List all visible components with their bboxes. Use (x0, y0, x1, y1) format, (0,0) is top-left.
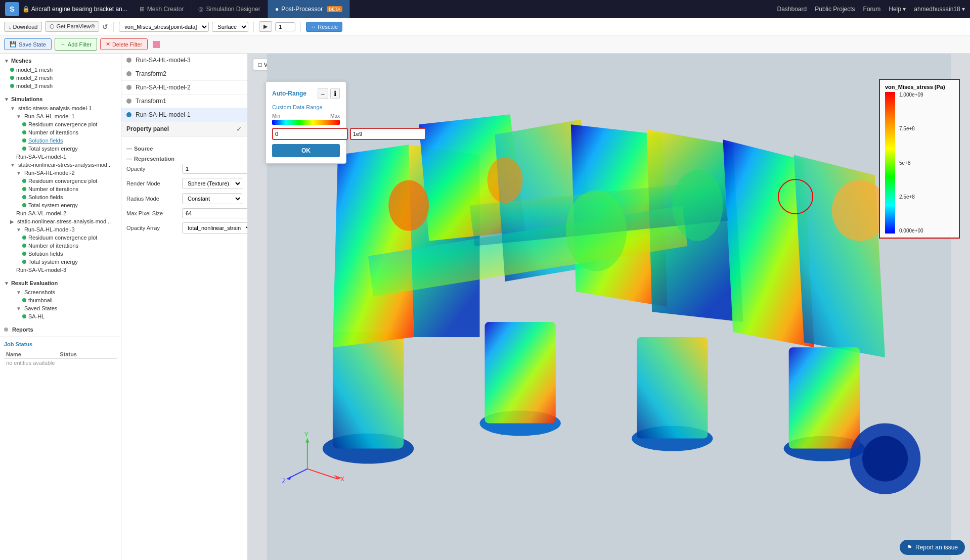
source-section-title: — Source (126, 146, 242, 152)
dot-model1 (10, 68, 14, 72)
sidebar-item-iterations-3[interactable]: Number of iterations (0, 242, 121, 250)
user-menu[interactable]: ahmedhussain18 ▾ (914, 6, 965, 13)
sidebar-item-thumbnail[interactable]: thumbnail (0, 296, 121, 304)
sidebar-item-static-stress-1[interactable]: ▼ static-stress-analysis-model-1 (0, 104, 121, 112)
job-status-title: Job Status (4, 341, 117, 347)
property-panel-body: — Source — Representation Opacity Render… (121, 136, 247, 243)
sidebar-item-run-sa-hl-2[interactable]: ▼ Run-SA-HL-model-2 (0, 169, 121, 177)
sidebar-item-static-nonlinear-1[interactable]: ▼ static-nonlinear-stress-analysis-mod..… (0, 161, 121, 169)
opacity-array-label: Opacity Array (126, 225, 182, 231)
help-menu[interactable]: Help ▾ (889, 6, 906, 13)
pipeline-item-run-sa-hl-1[interactable]: Run-SA-HL-model-1 (121, 108, 247, 122)
sidebar-item-static-nonlinear-2[interactable]: ▶ static-nonlinear-stress-analysis-mod..… (0, 217, 121, 225)
sidebar-item-solution-fields-2[interactable]: Solution fields (0, 193, 121, 201)
result-evaluation-section: ▼ Result Evaluation ▼ Screenshots thumbn… (0, 276, 121, 322)
sidebar-item-model3-mesh[interactable]: model_3 mesh (0, 82, 121, 90)
filter-dropdown[interactable]: von_Mises_stress[point-data] (119, 22, 209, 32)
refresh-button[interactable]: ↺ (102, 23, 108, 31)
opacity-label: Opacity (126, 166, 182, 172)
opacity-input[interactable] (182, 164, 248, 174)
forum-link[interactable]: Forum (863, 6, 881, 13)
sidebar-item-solution-fields-1[interactable]: Solution fields (0, 136, 121, 145)
get-paraview-button[interactable]: ⬡ Get ParaView® (45, 21, 99, 32)
svg-text:X: X (340, 476, 344, 483)
sidebar-item-residuum-2[interactable]: Residuum convergence plot (0, 177, 121, 185)
sidebar-item-screenshots[interactable]: ▼ Screenshots (0, 288, 121, 296)
autorange-dash-button[interactable]: -- (318, 88, 328, 99)
play-button[interactable]: ▶ (259, 21, 272, 32)
sidebar-item-solution-fields-3[interactable]: Solution fields (0, 250, 121, 258)
save-state-button[interactable]: 💾 Save State (4, 38, 52, 50)
pipeline-item-transform1[interactable]: Transform1 (121, 95, 247, 108)
main-layout: ▼ Meshes model_1 mesh model_2 mesh model… (0, 54, 970, 560)
sidebar-item-total-energy-1[interactable]: Total system energy (0, 145, 121, 153)
radius-mode-label: Radius Mode (126, 196, 182, 202)
sidebar-item-run-sa-vl-2[interactable]: Run-SA-VL-model-2 (0, 209, 121, 217)
sim-icon: ◎ (198, 6, 203, 13)
simulations-label: ▼ Simulations (0, 94, 121, 104)
sidebar-item-saved-states[interactable]: ▼ Saved States (0, 304, 121, 312)
tab-post-processor[interactable]: ● Post-Processor BETA (268, 0, 350, 18)
nav-right: Dashboard Public Projects Forum Help ▾ a… (777, 6, 965, 13)
frame-input[interactable] (275, 22, 295, 31)
render-mode-select[interactable]: Sphere (Texture) (182, 178, 242, 189)
range-inputs (272, 128, 340, 140)
autorange-info-button[interactable]: ℹ (330, 88, 340, 99)
beta-badge: BETA (327, 6, 342, 12)
tab-mesh-creator[interactable]: ⊞ Mesh Creator (133, 0, 192, 18)
render-mode-label: Render Mode (126, 180, 182, 186)
max-pixel-input[interactable] (182, 208, 248, 218)
sidebar-item-residuum-1[interactable]: Residuum convergence plot (0, 120, 121, 128)
sidebar-item-model2-mesh[interactable]: model_2 mesh (0, 74, 121, 82)
pl-dot-3 (126, 85, 131, 90)
report-issue-button[interactable]: ⚑ Report an issue (900, 540, 965, 555)
dot-model2 (10, 76, 14, 80)
pipeline-item-run-sa-hl-2[interactable]: Run-SA-HL-model-2 (121, 81, 247, 95)
sidebar-item-run-sa-hl-1[interactable]: ▼ Run-SA-HL-model-1 (0, 112, 121, 120)
post-icon: ● (275, 6, 279, 13)
sidebar-item-model1-mesh[interactable]: model_1 mesh (0, 66, 121, 74)
sidebar-item-run-sa-vl-1[interactable]: Run-SA-VL-model-1 (0, 153, 121, 161)
ok-button[interactable]: OK (272, 144, 340, 157)
sidebar-item-sa-hl[interactable]: SA-HL (0, 312, 121, 320)
legend-bar: 1.000e+09 7.5e+8 5e+8 2.5e+8 0.000e+00 (885, 92, 954, 234)
pin-icon[interactable] (153, 41, 160, 48)
rescale-button[interactable]: ↔ Rescale (306, 22, 342, 32)
pipeline-item-transform2[interactable]: Transform2 (121, 67, 247, 81)
add-filter-button[interactable]: ＋ Add Filter (55, 38, 97, 51)
range-minmax: Min Max (272, 113, 340, 119)
max-range-input[interactable] (350, 128, 426, 140)
sim-arrow: ▼ (4, 97, 9, 102)
pipeline-item-run-sa-hl-3[interactable]: Run-SA-HL-model-3 (121, 54, 247, 67)
top-nav: S 🔒 Aircraft engine bearing bracket an..… (0, 0, 970, 18)
svg-point-18 (862, 436, 908, 482)
autorange-buttons: -- ℹ (318, 88, 340, 99)
public-projects-link[interactable]: Public Projects (815, 6, 855, 13)
pl-dot-2 (126, 71, 131, 76)
pl-dot-1 (126, 58, 131, 63)
min-range-input[interactable] (272, 128, 348, 140)
radius-mode-select[interactable]: Constant (182, 193, 242, 204)
sidebar-item-run-sa-hl-3[interactable]: ▼ Run-SA-HL-model-3 (0, 225, 121, 234)
property-panel-check[interactable]: ✓ (236, 125, 242, 133)
app-logo: S (5, 2, 19, 16)
delete-filter-button[interactable]: ✕ Delete Filter (100, 38, 148, 50)
representation-section-title: — Representation (126, 156, 242, 162)
sidebar-item-run-sa-vl-3[interactable]: Run-SA-VL-model-3 (0, 266, 121, 274)
surface-dropdown[interactable]: Surface (212, 22, 248, 32)
opacity-array-select[interactable]: total_nonlinear_strain (182, 222, 248, 234)
sidebar-item-total-energy-3[interactable]: Total system energy (0, 258, 121, 266)
download-button[interactable]: ↓ Download (4, 22, 42, 32)
legend-title: von_Mises_stress (Pa) (885, 84, 954, 90)
sidebar-item-total-energy-2[interactable]: Total system energy (0, 201, 121, 209)
meshes-label: ▼ Meshes (0, 56, 121, 66)
tab-simulation-designer[interactable]: ◎ Simulation Designer (191, 0, 268, 18)
radius-mode-row: Radius Mode Constant (126, 193, 242, 204)
sidebar-item-iterations-1[interactable]: Number of iterations (0, 128, 121, 136)
simulations-section: ▼ Simulations ▼ static-stress-analysis-m… (0, 92, 121, 276)
dashboard-link[interactable]: Dashboard (777, 6, 807, 13)
sidebar-item-iterations-2[interactable]: Number of iterations (0, 185, 121, 193)
job-table: Name Status no entities available (4, 350, 117, 367)
sidebar-item-residuum-3[interactable]: Residuum convergence plot (0, 234, 121, 242)
meshes-arrow: ▼ (4, 58, 9, 64)
